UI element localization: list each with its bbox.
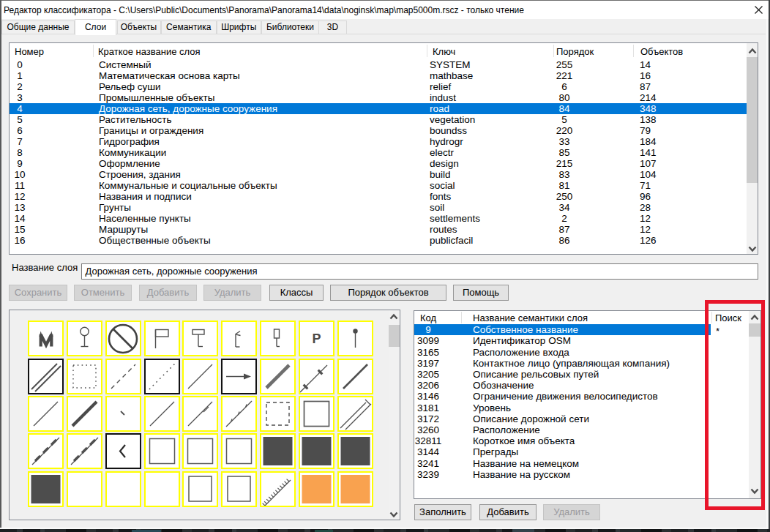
svg-text:P: P xyxy=(312,331,321,346)
